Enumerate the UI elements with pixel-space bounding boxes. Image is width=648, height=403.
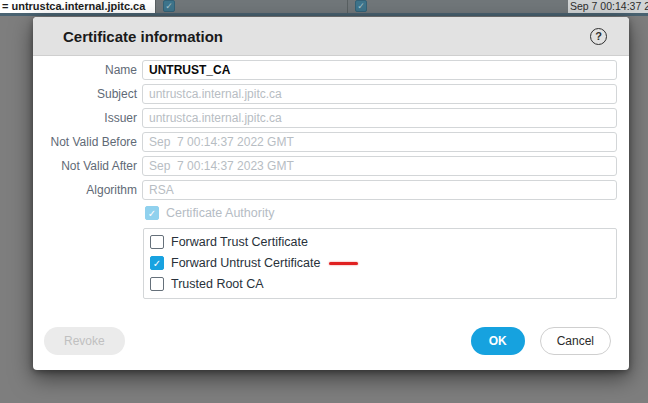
certificate-information-dialog: Certificate information ? Name Subject I… <box>33 17 629 370</box>
dialog-footer: Revoke OK Cancel <box>44 327 611 355</box>
not-valid-before-label: Not Valid Before <box>33 135 137 149</box>
forward-trust-checkbox[interactable] <box>150 235 164 249</box>
dialog-header: Certificate information ? <box>33 17 629 56</box>
issuer-input <box>142 108 617 128</box>
screen: = untrustca.internal.jpitc.ca ✓ ✓ Sep 7 … <box>0 0 648 403</box>
field-row-algorithm: Algorithm <box>33 180 629 200</box>
certificate-name-cell: = untrustca.internal.jpitc.ca <box>2 0 145 13</box>
forward-trust-row: Forward Trust Certificate <box>150 235 616 249</box>
dialog-title: Certificate information <box>63 17 223 56</box>
forward-untrust-checkbox[interactable]: ✓ <box>150 256 164 270</box>
algorithm-input <box>142 180 617 200</box>
subject-label: Subject <box>33 87 137 101</box>
forward-untrust-row: ✓ Forward Untrust Certificate <box>150 256 616 270</box>
forward-untrust-label: Forward Untrust Certificate <box>171 256 320 270</box>
name-input[interactable] <box>142 60 617 80</box>
ok-button[interactable]: OK <box>471 327 525 355</box>
issuer-label: Issuer <box>33 111 137 125</box>
forward-trust-label: Forward Trust Certificate <box>171 235 308 249</box>
ca-checked-icon: ✓ <box>163 0 175 12</box>
field-row-not-valid-after: Not Valid After <box>33 156 629 176</box>
trusted-root-ca-row: Trusted Root CA <box>150 277 616 291</box>
field-row-issuer: Issuer <box>33 108 629 128</box>
certificate-authority-label: Certificate Authority <box>166 206 274 220</box>
certificate-authority-row: ✓ Certificate Authority <box>145 205 629 221</box>
certificate-authority-checkbox: ✓ <box>145 206 159 220</box>
red-annotation-mark <box>329 262 358 265</box>
column-divider <box>347 0 348 13</box>
algorithm-label: Algorithm <box>33 183 137 197</box>
field-row-name: Name <box>33 60 629 80</box>
not-valid-before-input <box>142 132 617 152</box>
dialog-body: Name Subject Issuer Not Valid Before Not… <box>33 56 629 299</box>
not-valid-after-input <box>142 156 617 176</box>
column-divider <box>155 0 156 13</box>
field-row-subject: Subject <box>33 84 629 104</box>
forward-untrust-checked-icon: ✓ <box>355 0 367 12</box>
subject-input <box>142 84 617 104</box>
trusted-root-ca-checkbox[interactable] <box>150 277 164 291</box>
trusted-root-ca-label: Trusted Root CA <box>171 277 264 291</box>
name-label: Name <box>33 63 137 77</box>
expiry-date-cell: Sep 7 00:14:37 2023 G <box>568 0 648 13</box>
cancel-button[interactable]: Cancel <box>540 327 611 355</box>
help-icon[interactable]: ? <box>590 28 607 45</box>
background-table-row: = untrustca.internal.jpitc.ca ✓ ✓ Sep 7 … <box>0 0 648 13</box>
revoke-button: Revoke <box>44 327 125 355</box>
field-row-not-valid-before: Not Valid Before <box>33 132 629 152</box>
not-valid-after-label: Not Valid After <box>33 159 137 173</box>
certificate-usage-group: Forward Trust Certificate ✓ Forward Untr… <box>143 228 617 299</box>
